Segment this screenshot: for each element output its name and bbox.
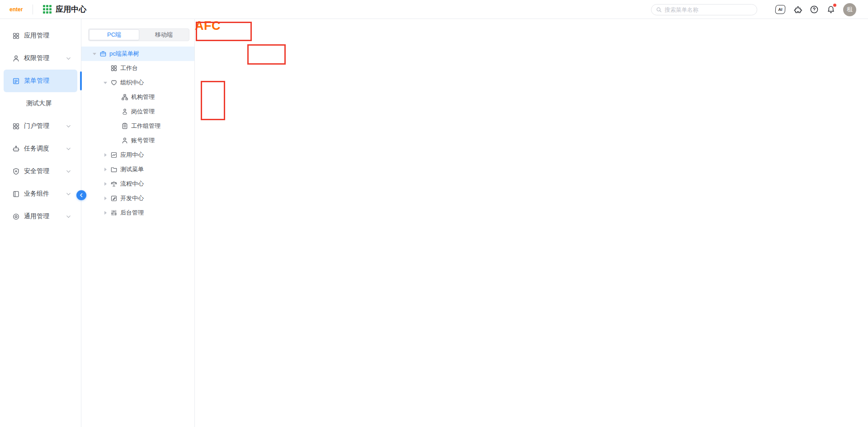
chev-down-icon bbox=[66, 146, 71, 151]
person-icon bbox=[121, 137, 128, 144]
sidebar-item-通用管理[interactable]: 通用管理 bbox=[4, 205, 77, 228]
person-badge-icon bbox=[121, 108, 128, 115]
top-header: AFC enter 应用中心 AI 租 bbox=[0, 0, 868, 19]
tree-node-工作台[interactable]: 工作台 bbox=[81, 61, 194, 75]
logo-text: AFC bbox=[195, 19, 868, 427]
heart-icon bbox=[110, 79, 118, 86]
chev-down-icon bbox=[66, 192, 71, 197]
folder-icon bbox=[110, 166, 118, 173]
sliders-icon bbox=[110, 209, 118, 216]
menu-doc-icon bbox=[12, 77, 20, 85]
target-icon bbox=[12, 213, 20, 221]
sidebar-item-label: 任务调度 bbox=[24, 145, 66, 153]
portal-icon bbox=[12, 122, 20, 130]
tree-node-岗位管理[interactable]: 岗位管理 bbox=[81, 104, 194, 119]
caret-right-icon[interactable] bbox=[103, 197, 108, 200]
app-center-icon bbox=[43, 5, 52, 14]
shield-icon bbox=[12, 168, 20, 175]
tree-node-label: 工作台 bbox=[120, 64, 138, 72]
sidebar-item-菜单管理[interactable]: 菜单管理 bbox=[4, 70, 77, 92]
active-nav-indicator bbox=[80, 71, 82, 90]
caret-right-icon[interactable] bbox=[103, 153, 108, 157]
plugin-icon[interactable] bbox=[793, 5, 802, 14]
menu-tree: pc端菜单树工作台组织中心机构管理岗位管理工作组管理账号管理应用中心测试菜单流程… bbox=[81, 47, 194, 220]
chev-down-icon bbox=[66, 214, 71, 219]
tree-node-label: 岗位管理 bbox=[131, 108, 155, 116]
notification-icon[interactable] bbox=[826, 5, 835, 14]
tree-node-label: 后台管理 bbox=[120, 209, 144, 217]
org-icon bbox=[121, 94, 128, 101]
tree-node-组织中心[interactable]: 组织中心 bbox=[81, 75, 194, 90]
help-icon[interactable] bbox=[810, 5, 819, 14]
workflow-icon bbox=[110, 180, 118, 188]
chev-down-icon bbox=[66, 56, 71, 61]
tree-node-label: 测试菜单 bbox=[120, 165, 144, 174]
sidebar-item-应用管理[interactable]: 应用管理 bbox=[4, 24, 77, 47]
tree-node-流程中心[interactable]: 流程中心 bbox=[81, 177, 194, 191]
component-icon bbox=[12, 190, 20, 198]
sidebar-item-label: 门户管理 bbox=[24, 122, 66, 130]
briefcase-icon bbox=[99, 50, 107, 57]
app-title: 应用中心 bbox=[56, 4, 86, 14]
tree-node-label: 账号管理 bbox=[131, 136, 155, 145]
tree-node-label: 工作组管理 bbox=[131, 122, 160, 130]
platform-switch: PC端 移动端 bbox=[88, 28, 189, 41]
tree-node-label: 开发中心 bbox=[120, 194, 144, 202]
chev-down-icon bbox=[66, 124, 71, 129]
sidebar-item-权限管理[interactable]: 权限管理 bbox=[4, 47, 77, 70]
notification-badge bbox=[833, 4, 836, 7]
ai-assistant-icon[interactable]: AI bbox=[775, 5, 785, 14]
tree-node-label: 流程中心 bbox=[120, 180, 144, 188]
left-nav-sidebar: 应用管理权限管理菜单管理测试大屏门户管理任务调度安全管理业务组件通用管理 bbox=[0, 19, 81, 427]
tree-node-机构管理[interactable]: 机构管理 bbox=[81, 90, 194, 104]
sidebar-item-label: 菜单管理 bbox=[24, 77, 71, 85]
tree-node-应用中心[interactable]: 应用中心 bbox=[81, 148, 194, 162]
sidebar-item-label: 应用管理 bbox=[24, 32, 71, 40]
robot-icon bbox=[12, 145, 20, 153]
sidebar-item-安全管理[interactable]: 安全管理 bbox=[4, 160, 77, 183]
sidebar-item-label: 权限管理 bbox=[24, 54, 66, 62]
grid-icon bbox=[110, 65, 118, 72]
clipboard-icon bbox=[121, 122, 128, 130]
edit-icon bbox=[110, 195, 118, 202]
tree-node-后台管理[interactable]: 后台管理 bbox=[81, 206, 194, 220]
tree-node-label: 应用中心 bbox=[120, 151, 144, 159]
avatar[interactable]: 租 bbox=[843, 3, 856, 16]
tab-mobile[interactable]: 移动端 bbox=[139, 29, 189, 40]
sidebar-item-测试大屏[interactable]: 测试大屏 bbox=[4, 92, 77, 115]
sidebar-item-label: 业务组件 bbox=[24, 190, 66, 198]
search-icon bbox=[656, 7, 662, 13]
tree-node-工作组管理[interactable]: 工作组管理 bbox=[81, 119, 194, 133]
brand-logo[interactable]: AFC enter bbox=[9, 6, 23, 13]
tree-node-label: pc端菜单树 bbox=[109, 50, 139, 58]
user-icon bbox=[12, 55, 20, 62]
tree-node-开发中心[interactable]: 开发中心 bbox=[81, 191, 194, 206]
caret-down-icon[interactable] bbox=[103, 82, 108, 84]
sidebar-item-label: 安全管理 bbox=[24, 167, 66, 175]
sidebar-item-业务组件[interactable]: 业务组件 bbox=[4, 183, 77, 205]
caret-down-icon[interactable] bbox=[92, 53, 97, 55]
chart-icon bbox=[110, 151, 118, 159]
sidebar-item-任务调度[interactable]: 任务调度 bbox=[4, 137, 77, 160]
tab-pc[interactable]: PC端 bbox=[89, 29, 139, 40]
sidebar-item-label: 通用管理 bbox=[24, 212, 66, 221]
tree-node-测试菜单[interactable]: 测试菜单 bbox=[81, 162, 194, 177]
logo-subtext: enter bbox=[9, 6, 23, 13]
menu-tree-panel: PC端 移动端 pc端菜单树工作台组织中心机构管理岗位管理工作组管理账号管理应用… bbox=[81, 19, 195, 427]
caret-right-icon[interactable] bbox=[103, 182, 108, 186]
tree-node-label: 组织中心 bbox=[120, 79, 144, 87]
caret-right-icon[interactable] bbox=[103, 168, 108, 171]
caret-right-icon[interactable] bbox=[103, 211, 108, 215]
tree-node-账号管理[interactable]: 账号管理 bbox=[81, 133, 194, 148]
chev-down-icon bbox=[66, 169, 71, 174]
global-search[interactable] bbox=[651, 4, 757, 15]
tree-node-pc端菜单树[interactable]: pc端菜单树 bbox=[81, 47, 194, 61]
grid-icon bbox=[12, 32, 20, 40]
sidebar-item-门户管理[interactable]: 门户管理 bbox=[4, 115, 77, 137]
global-search-input[interactable] bbox=[665, 7, 746, 13]
sidebar-collapse-button[interactable] bbox=[76, 190, 86, 200]
header-divider bbox=[33, 5, 33, 14]
sidebar-item-label: 测试大屏 bbox=[26, 99, 71, 108]
header-actions: AI 租 bbox=[775, 0, 856, 19]
tree-node-label: 机构管理 bbox=[131, 93, 155, 101]
